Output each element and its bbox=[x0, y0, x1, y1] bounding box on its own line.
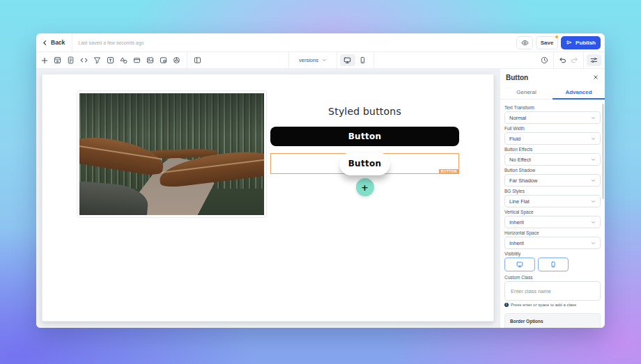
panel-title: Button bbox=[506, 74, 528, 81]
custom-class-input[interactable] bbox=[504, 281, 601, 301]
toolbar: versions bbox=[36, 52, 605, 69]
image-element[interactable] bbox=[77, 90, 267, 218]
stack-icon bbox=[53, 56, 62, 65]
chevron-down-icon bbox=[591, 116, 596, 120]
chevron-down-icon bbox=[591, 241, 596, 246]
versions-label: versions bbox=[299, 57, 318, 63]
save-button[interactable]: Save bbox=[536, 36, 558, 49]
chevron-down-icon bbox=[591, 199, 596, 204]
toolbar-divider bbox=[337, 52, 337, 69]
pill-button-element[interactable]: Button bbox=[339, 152, 391, 175]
preview-button[interactable] bbox=[516, 36, 533, 49]
embed-icon bbox=[159, 56, 168, 65]
content-column: Styled buttons Button Button BUTTON + bbox=[270, 90, 459, 321]
undo-button[interactable] bbox=[557, 54, 569, 66]
filter-button[interactable] bbox=[91, 54, 103, 66]
history-icon bbox=[540, 56, 549, 65]
mobile-icon bbox=[549, 260, 557, 269]
versions-dropdown[interactable]: versions bbox=[292, 57, 334, 63]
undo-icon bbox=[558, 56, 567, 65]
back-arrow-icon bbox=[42, 40, 48, 46]
sections-button[interactable] bbox=[131, 54, 143, 66]
bamboo-forest-photo bbox=[79, 93, 264, 215]
unsaved-changes-badge bbox=[555, 35, 559, 39]
desktop-icon bbox=[343, 56, 352, 65]
panel-close-button[interactable] bbox=[593, 74, 598, 80]
button-shadow-select[interactable]: Far Shadow bbox=[504, 174, 601, 187]
info-icon: i bbox=[504, 303, 509, 307]
saved-blocks-button[interactable] bbox=[52, 54, 63, 66]
plus-icon bbox=[40, 56, 49, 65]
tab-advanced[interactable]: Advanced bbox=[553, 86, 605, 99]
code-button[interactable] bbox=[78, 54, 90, 66]
black-button-element[interactable]: Button bbox=[270, 127, 459, 146]
settings-panel-toggle[interactable] bbox=[587, 54, 601, 66]
visibility-desktop-button[interactable] bbox=[504, 258, 535, 271]
shapes-icon bbox=[119, 56, 128, 65]
sliders-icon bbox=[589, 56, 598, 65]
toolbar-divider bbox=[583, 52, 584, 69]
back-label: Back bbox=[51, 39, 65, 46]
section-icon bbox=[132, 56, 141, 65]
horizontal-space-value: Inherit bbox=[509, 240, 524, 246]
bg-styles-select[interactable]: Line Flat bbox=[504, 195, 601, 207]
filter-icon bbox=[93, 56, 102, 65]
chevron-down-icon bbox=[591, 178, 596, 183]
integrations-button[interactable] bbox=[171, 54, 183, 66]
full-width-select[interactable]: Fluid bbox=[504, 132, 601, 145]
photo-canopy-shade bbox=[79, 93, 264, 135]
code-icon bbox=[79, 56, 88, 65]
editor-page: Styled buttons Button Button BUTTON + bbox=[42, 74, 494, 322]
history-button[interactable] bbox=[539, 54, 550, 66]
publish-label: Publish bbox=[576, 40, 596, 46]
saved-status: Last saved a few seconds ago bbox=[78, 40, 144, 45]
integrations-icon bbox=[172, 56, 181, 65]
button-shadow-value: Far Shadow bbox=[509, 177, 537, 184]
field-label-custom-class: Custom Class bbox=[504, 275, 601, 280]
field-label-horizontal-space: Horizontal Space bbox=[504, 230, 601, 235]
panel-scrollbar[interactable] bbox=[602, 104, 605, 199]
mobile-view-toggle[interactable] bbox=[355, 54, 371, 66]
add-block-button[interactable]: + bbox=[356, 178, 374, 196]
heading-element[interactable]: Styled buttons bbox=[270, 106, 459, 117]
media-button[interactable] bbox=[144, 54, 156, 66]
topbar-divider bbox=[72, 33, 72, 52]
visibility-mobile-button[interactable] bbox=[538, 258, 569, 271]
button-effects-value: No Effect bbox=[509, 157, 531, 163]
selection-tag: BUTTON bbox=[439, 169, 459, 174]
selected-button-wrapper[interactable]: Button BUTTON bbox=[270, 153, 459, 174]
save-label: Save bbox=[541, 40, 554, 46]
layout-button[interactable] bbox=[192, 54, 203, 66]
chevron-down-icon bbox=[591, 136, 596, 141]
chevron-down-icon bbox=[591, 220, 596, 225]
text-icon bbox=[106, 56, 115, 65]
columns-icon bbox=[193, 56, 202, 65]
toolbar-divider bbox=[288, 52, 289, 69]
button-effects-select[interactable]: No Effect bbox=[504, 153, 601, 166]
field-label-vertical-space: Vertical Space bbox=[504, 209, 601, 214]
builder-window: Back Last saved a few seconds ago Save P… bbox=[36, 33, 605, 328]
embed-button[interactable] bbox=[157, 54, 169, 66]
shapes-button[interactable] bbox=[118, 54, 130, 66]
redo-button[interactable] bbox=[569, 54, 580, 66]
back-button[interactable]: Back bbox=[36, 33, 72, 52]
border-options-section-header[interactable]: Border Options bbox=[504, 313, 601, 328]
vertical-space-select[interactable]: Inherit bbox=[504, 216, 601, 228]
horizontal-space-select[interactable]: Inherit bbox=[504, 237, 601, 249]
pages-button[interactable] bbox=[65, 54, 77, 66]
redo-icon bbox=[570, 56, 579, 65]
desktop-view-toggle[interactable] bbox=[340, 54, 355, 66]
typography-button[interactable] bbox=[105, 54, 116, 66]
tab-general[interactable]: General bbox=[500, 86, 553, 99]
field-label-button-shadow: Button Shadow bbox=[504, 168, 601, 173]
add-element-button[interactable] bbox=[38, 54, 50, 66]
toolbar-divider bbox=[373, 52, 374, 69]
text-transform-select[interactable]: Normal bbox=[504, 111, 601, 124]
panel-body: Text Transform Normal Full Width Fluid B… bbox=[500, 100, 605, 328]
publish-button[interactable]: Publish bbox=[561, 36, 601, 49]
toolbar-divider bbox=[553, 52, 554, 69]
chevron-down-icon bbox=[322, 58, 327, 63]
desktop-icon bbox=[516, 260, 524, 269]
close-icon bbox=[593, 74, 598, 80]
top-bar: Back Last saved a few seconds ago Save P… bbox=[36, 33, 605, 52]
